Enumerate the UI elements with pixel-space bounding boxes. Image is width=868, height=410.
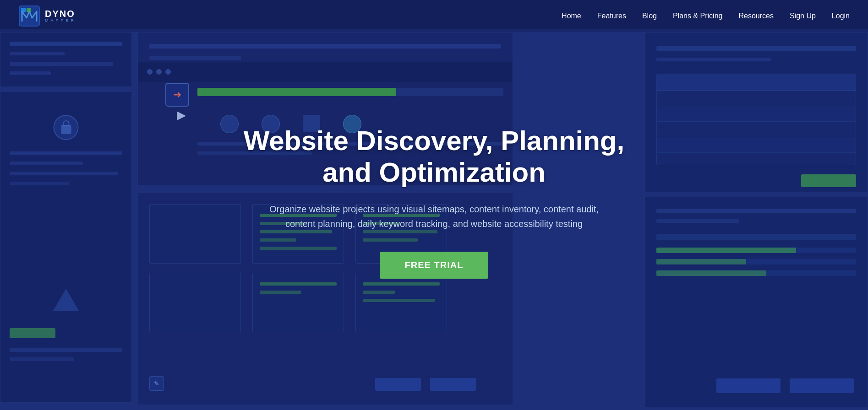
- hero-content: Website Discovery, Planning, and Optimiz…: [228, 125, 640, 279]
- wf-left-top: [0, 32, 132, 87]
- free-trial-button[interactable]: FREE TRIAL: [380, 252, 489, 279]
- logo-icon: [18, 5, 40, 27]
- nav-blog[interactable]: Blog: [642, 12, 657, 20]
- nav-home[interactable]: Home: [562, 12, 581, 20]
- wf-right-bottom: [644, 197, 868, 407]
- nav-signup[interactable]: Sign Up: [790, 12, 816, 20]
- nav-plans[interactable]: Plans & Pricing: [673, 12, 723, 20]
- nav-features[interactable]: Features: [597, 12, 626, 20]
- hero-title: Website Discovery, Planning, and Optimiz…: [228, 125, 640, 188]
- navbar: DYNO MAPPER Home Features Blog Plans & P…: [0, 0, 868, 32]
- logo-area[interactable]: DYNO MAPPER: [18, 5, 76, 27]
- hero-subtitle: Organize website projects using visual s…: [256, 202, 613, 231]
- nav-links: Home Features Blog Plans & Pricing Resou…: [562, 12, 850, 20]
- wf-right-top: [644, 32, 868, 192]
- brand-name: DYNO MAPPER: [45, 9, 76, 23]
- nav-resources[interactable]: Resources: [738, 12, 773, 20]
- svg-rect-1: [21, 8, 26, 12]
- wf-left-main: [0, 92, 132, 403]
- svg-rect-2: [27, 8, 31, 12]
- nav-login[interactable]: Login: [832, 12, 850, 20]
